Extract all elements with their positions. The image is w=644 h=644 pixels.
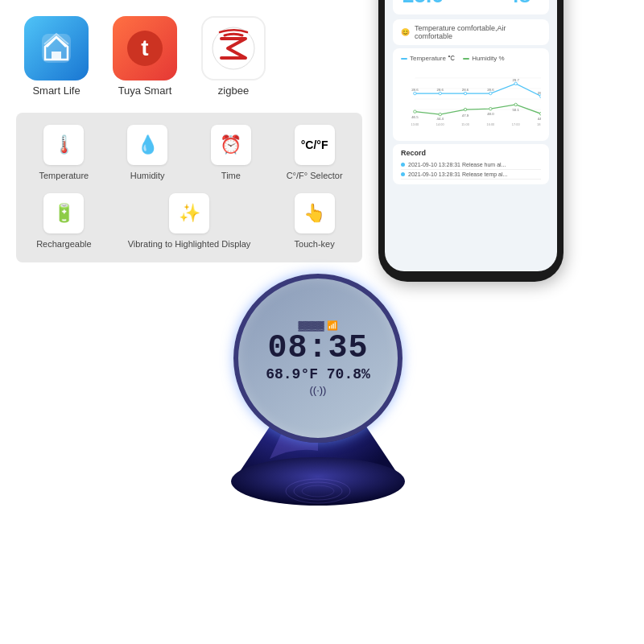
temp-value: 25.6°C <box>402 0 454 8</box>
touch-key-label: Touch-key <box>295 238 335 250</box>
smart-life-logo-box <box>24 16 89 80</box>
svg-text:29.7: 29.7 <box>512 78 519 82</box>
legend-humid: Humidity % <box>463 55 504 62</box>
tuya-logo-item: t Tuya Smart <box>113 16 177 97</box>
feature-humidity: 💧 Humidity <box>112 125 184 181</box>
zigbee-label: zigbee <box>218 85 249 97</box>
phone-frame: 16:33 ▼ WiFi ████ ‹ zigbee Thermohygrome… <box>378 0 564 282</box>
comfort-text: Temperature comfortable,Air comfortable <box>415 24 541 40</box>
record-title: Record <box>401 149 541 157</box>
chart-svg: 28.6 28.6 28.6 28.6 29.7 28.2 46.5 44.4 … <box>401 67 541 131</box>
cf-label: C°/F° Selector <box>287 170 343 181</box>
svg-text:18:00: 18:00 <box>537 122 541 126</box>
main-container: Smart Life t Tuya Smart <box>0 0 644 644</box>
svg-text:28.6: 28.6 <box>411 88 419 92</box>
device-screen: ▓▓▓▓ 📶 08:35 68.9°F 70.8% ((·)) <box>233 274 402 443</box>
chart-legend: Temperature ℃ Humidity % <box>401 55 541 62</box>
feature-touch-key: 👆 Touch-key <box>279 193 350 250</box>
device-temp: 68.9°F <box>266 366 318 382</box>
touch-key-icon: 👆 <box>295 193 335 233</box>
record-text-2: 2021-09-10 13:28:31 Release temp al... <box>408 171 507 177</box>
device-wrapper: ▓▓▓▓ 📶 08:35 68.9°F 70.8% ((·)) <box>189 266 447 507</box>
svg-point-39 <box>231 457 405 506</box>
time-label: Time <box>221 170 241 181</box>
screen-inner: ▓▓▓▓ 📶 08:35 68.9°F 70.8% ((·)) <box>266 320 370 396</box>
svg-text:28.6: 28.6 <box>436 88 444 92</box>
svg-point-11 <box>464 92 466 94</box>
smart-life-logo-item: Smart Life <box>24 16 89 97</box>
svg-text:50.1: 50.1 <box>512 108 519 112</box>
temp-block: Temperature 25.6°C <box>402 0 454 8</box>
svg-point-20 <box>539 113 541 115</box>
logos-section: Smart Life t Tuya Smart <box>16 16 362 97</box>
svg-text:16:00: 16:00 <box>486 122 495 126</box>
svg-point-12 <box>489 92 492 94</box>
svg-point-17 <box>464 108 466 110</box>
cf-icon: °C/°F <box>295 125 335 165</box>
phone-readings-section: Temperature 25.6°C Humidity 48% <box>385 0 557 184</box>
temp-humid-display: 68.9°F 70.8% <box>266 366 370 382</box>
svg-text:46.5: 46.5 <box>411 115 419 119</box>
tuya-icon: t <box>125 28 165 68</box>
svg-text:13:00: 13:00 <box>411 122 420 126</box>
svg-point-14 <box>539 95 541 97</box>
feature-time: ⏰ Time <box>196 125 267 181</box>
svg-point-15 <box>414 110 416 113</box>
phone-screen: 16:33 ▼ WiFi ████ ‹ zigbee Thermohygrome… <box>385 0 557 271</box>
record-item-2: 2021-09-10 13:28:31 Release temp al... <box>401 170 541 180</box>
svg-text:17:00: 17:00 <box>512 122 521 126</box>
vibrating-label: Vibrating to Highlighted Display <box>128 238 251 250</box>
smart-life-label: Smart Life <box>32 85 80 97</box>
humidity-icon: 💧 <box>127 125 167 165</box>
time-display: 08:35 <box>267 332 368 365</box>
humidity-label: Humidity <box>130 170 165 181</box>
svg-text:28.6: 28.6 <box>487 88 494 92</box>
zigbee-icon <box>205 24 262 72</box>
svg-point-19 <box>514 103 517 105</box>
svg-text:44.8: 44.8 <box>538 117 541 121</box>
tuya-label: Tuya Smart <box>118 85 172 97</box>
rechargeable-icon: 🔋 <box>43 193 84 233</box>
record-item-1: 2021-09-10 13:28:31 Release hum al... <box>401 160 541 170</box>
humid-block: Humidity 48% <box>507 0 539 8</box>
device-humid: 70.8% <box>327 366 370 382</box>
svg-text:44.4: 44.4 <box>436 117 444 121</box>
feature-cf-selector: °C/°F C°/F° Selector <box>279 125 350 181</box>
svg-text:28.2: 28.2 <box>538 91 541 95</box>
record-section: Record 2021-09-10 13:28:31 Release hum a… <box>393 144 549 184</box>
svg-point-10 <box>439 92 441 94</box>
wifi-display: ((·)) <box>310 384 327 396</box>
svg-point-9 <box>414 92 416 94</box>
record-dot-1 <box>401 163 405 167</box>
svg-point-16 <box>439 113 441 115</box>
temp-number: 25.6 <box>402 0 444 7</box>
svg-point-13 <box>514 82 517 85</box>
zigbee-logo-box <box>201 16 266 80</box>
humid-value: 48% <box>507 0 539 8</box>
features-grid: 🌡️ Temperature 💧 Humidity ⏰ Time °C/°F C… <box>16 113 362 262</box>
smart-life-icon <box>37 29 76 68</box>
svg-text:t: t <box>141 35 148 60</box>
feature-temperature: 🌡️ Temperature <box>28 125 100 181</box>
feature-rechargeable: 🔋 Rechargeable <box>28 193 100 250</box>
comfort-section: 😊 Temperature comfortable,Air comfortabl… <box>393 19 549 45</box>
temperature-label: Temperature <box>39 170 89 181</box>
zigbee-logo-item: zigbee <box>201 16 266 97</box>
record-text-1: 2021-09-10 13:28:31 Release hum al... <box>408 162 506 167</box>
svg-text:48.0: 48.0 <box>487 112 494 116</box>
humid-number: 48 <box>507 0 530 7</box>
legend-temp-label: Temperature ℃ <box>410 55 455 62</box>
svg-text:28.6: 28.6 <box>462 88 469 92</box>
temperature-icon: 🌡️ <box>43 125 84 165</box>
readings-block: Temperature 25.6°C Humidity 48% <box>393 0 549 14</box>
legend-temp: Temperature ℃ <box>401 55 455 62</box>
rechargeable-label: Rechargeable <box>36 238 92 250</box>
comfort-icon: 😊 <box>401 28 410 36</box>
svg-point-18 <box>489 107 492 109</box>
feature-vibrating: ✨ Vibrating to Highlighted Display <box>112 193 267 250</box>
svg-text:14:00: 14:00 <box>436 122 445 126</box>
record-dot-2 <box>401 172 405 176</box>
svg-rect-1 <box>52 52 61 60</box>
chart-section: Temperature ℃ Humidity % <box>393 48 549 141</box>
vibrating-icon: ✨ <box>169 193 209 233</box>
